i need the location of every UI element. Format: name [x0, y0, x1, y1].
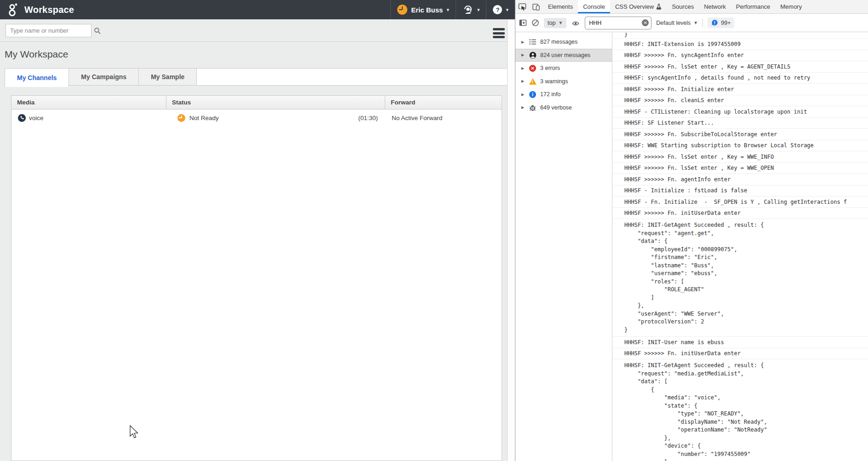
sidebar-item-label: 824 user messages: [540, 52, 590, 58]
beaker-icon: [656, 4, 662, 10]
inspect-element-icon[interactable]: [515, 0, 529, 13]
column-header-media[interactable]: Media: [11, 96, 166, 109]
sidebar-item-label: 3 errors: [540, 65, 560, 71]
console-message-line: "displayName": "Not Ready",: [624, 418, 868, 426]
console-message-line: },: [624, 434, 868, 443]
console-sidebar-item-messages[interactable]: ▶827 messages: [515, 35, 612, 49]
help-menu[interactable]: ? ▾: [486, 0, 515, 19]
issues-counter[interactable]: 99+: [708, 17, 734, 28]
console-message-line: "roles": [: [624, 278, 868, 286]
execution-context-selector[interactable]: top ▼: [544, 18, 566, 28]
console-message-line: HHHSF >>>>>> Fn. syncAgentInfo enter: [624, 52, 744, 59]
app-header: Workspace Eric Buss ▾ ▾: [0, 0, 515, 19]
chevron-down-icon: ▼: [558, 20, 563, 25]
console-message-line: "data": [: [624, 378, 868, 386]
devtools-tab-label: Elements: [548, 3, 573, 10]
console-message-line: "state": {: [624, 402, 868, 410]
column-header-forward[interactable]: Forward: [385, 96, 502, 109]
sidebar-item-label: 3 warnings: [540, 78, 568, 85]
hamburger-menu-icon[interactable]: [493, 28, 505, 38]
console-message: HHHSF >>>>>> Fn. lsSet enter , Key = WWE…: [612, 163, 868, 174]
console-message-line: HHHSF: INIT-GetAgent Succeeded , result:…: [624, 362, 868, 370]
search-input[interactable]: [6, 27, 94, 34]
bug-icon: [529, 104, 537, 111]
console-sidebar-item-verbose[interactable]: ▶649 verbose: [515, 101, 612, 115]
console-message-line: "media": "voice",: [624, 394, 868, 402]
mouse-cursor: [129, 425, 139, 440]
clear-console-icon[interactable]: [531, 19, 539, 27]
console-message-line: "firstname": "Eric",: [624, 254, 868, 262]
console-message-line: "type": "NOT_READY",: [624, 410, 868, 418]
expand-arrow-icon[interactable]: ▶: [521, 53, 525, 57]
expand-arrow-icon[interactable]: ▶: [521, 105, 525, 109]
agent-status-menu[interactable]: Eric Buss ▾: [390, 0, 456, 19]
console-sidebar-item-user-messages[interactable]: ▶824 user messages: [515, 49, 612, 62]
expand-arrow-icon[interactable]: ▶: [521, 79, 525, 83]
console-message-line: "request": "agent.get",: [624, 230, 868, 238]
chevron-down-icon: ▾: [477, 7, 480, 13]
devtools-tab-console[interactable]: Console: [578, 0, 610, 13]
search-icon[interactable]: [94, 27, 101, 35]
issues-bubble-icon: [711, 19, 718, 26]
console-message-line: "request": "media.getMediaList",: [624, 370, 868, 378]
devtools-tab-label: Network: [704, 3, 726, 10]
tab-my-sample[interactable]: My Sample: [139, 68, 197, 86]
column-header-status[interactable]: Status: [166, 96, 385, 109]
agent-headset-icon: [463, 4, 474, 15]
live-expression-eye-icon[interactable]: [571, 19, 580, 27]
console-filter-input[interactable]: [589, 20, 642, 26]
error-icon: ✕: [529, 64, 537, 72]
console-message-block: HHHSF: INIT-GetAgent Succeeded , result:…: [612, 219, 868, 337]
info-icon: i: [529, 91, 537, 98]
table-row[interactable]: voice Not Ready (01:30) No Active Forwar…: [11, 109, 502, 126]
not-ready-status-icon: [177, 114, 185, 122]
tab-my-channels[interactable]: My Channels: [5, 68, 69, 87]
console-message: HHHSF >>>>>> Fn. Initialize enter: [612, 84, 868, 95]
log-levels-dropdown[interactable]: Default levels ▼: [656, 20, 698, 26]
agent-menu[interactable]: ▾: [456, 0, 486, 19]
console-message-line: HHHSF: SF Listener Start...: [624, 119, 714, 127]
clear-filter-icon[interactable]: ✕: [642, 19, 649, 26]
expand-arrow-icon[interactable]: ▶: [521, 66, 525, 70]
console-messages: }HHHSF: INIT-Extension is 1997455009HHHS…: [612, 33, 868, 461]
workspace-logo-icon: [6, 3, 19, 17]
console-filter-box[interactable]: ✕: [585, 17, 651, 29]
console-message-block: HHHSF: INIT-GetAgent Succeeded , result:…: [612, 359, 868, 461]
devtools-tab-memory[interactable]: Memory: [775, 0, 807, 13]
devtools-tab-network[interactable]: Network: [699, 0, 731, 13]
console-message-line: HHHSF >>>>>> Fn. initUserData enter: [624, 209, 741, 217]
sidebar-item-label: 649 verbose: [540, 104, 572, 111]
chevron-down-icon: ▼: [693, 20, 698, 25]
console-message: HHHSF >>>>>> Fn. initUserData enter: [612, 208, 868, 219]
console-sidebar-item-info[interactable]: ▶i172 info: [515, 88, 612, 101]
expand-arrow-icon[interactable]: ▶: [521, 92, 525, 97]
devtools-tab-css-overview[interactable]: CSS Overview: [610, 0, 667, 13]
console-sidebar-toggle-icon[interactable]: [519, 19, 527, 27]
device-toolbar-icon[interactable]: [529, 0, 543, 13]
tab-strip-filler: [197, 68, 508, 86]
console-message: HHHSF: INIT-User name is ebuss: [612, 337, 868, 348]
devtools-tab-sources[interactable]: Sources: [667, 0, 699, 13]
devtools-tab-elements[interactable]: Elements: [543, 0, 578, 13]
sidebar-item-label: 172 info: [540, 91, 560, 98]
console-message: }: [612, 33, 868, 39]
console-message-line: HHHSF >>>>>> Fn. lsSet enter , Key = WWE…: [624, 153, 774, 161]
tab-my-campaigns[interactable]: My Campaigns: [69, 68, 139, 86]
console-message-line: HHHSF - Fn. Initialize - SF_OPEN is Y , …: [624, 198, 847, 206]
app-scrollbar-track[interactable]: [507, 19, 515, 461]
search-box[interactable]: [6, 24, 91, 37]
devtools-tab-performance[interactable]: Performance: [731, 0, 775, 13]
forward-label: No Active Forward: [392, 115, 442, 121]
console-message: HHHSF - CTIListener: Cleaning up localst…: [612, 106, 868, 118]
console-toolbar: top ▼ ✕ Default levels ▼ 99+: [515, 14, 868, 32]
console-message-line: HHHSF >>>>>> Fn. lsSet enter , Key = WWE…: [624, 164, 774, 172]
issues-count: 99+: [721, 20, 731, 26]
console-sidebar-item-errors[interactable]: ▶✕3 errors: [515, 62, 612, 75]
expand-arrow-icon[interactable]: ▶: [521, 40, 525, 44]
console-message: HHHSF: syncAgentInfo , details found , n…: [612, 73, 868, 84]
console-message-line: {: [624, 386, 868, 394]
console-message-line: "protocolVersion": 2: [624, 318, 868, 326]
console-sidebar-item-warnings[interactable]: ▶!3 warnings: [515, 75, 612, 88]
chevron-down-icon: ▾: [506, 7, 508, 13]
console-message: HHHSF >>>>>> Fn. agentInfo enter: [612, 174, 868, 185]
